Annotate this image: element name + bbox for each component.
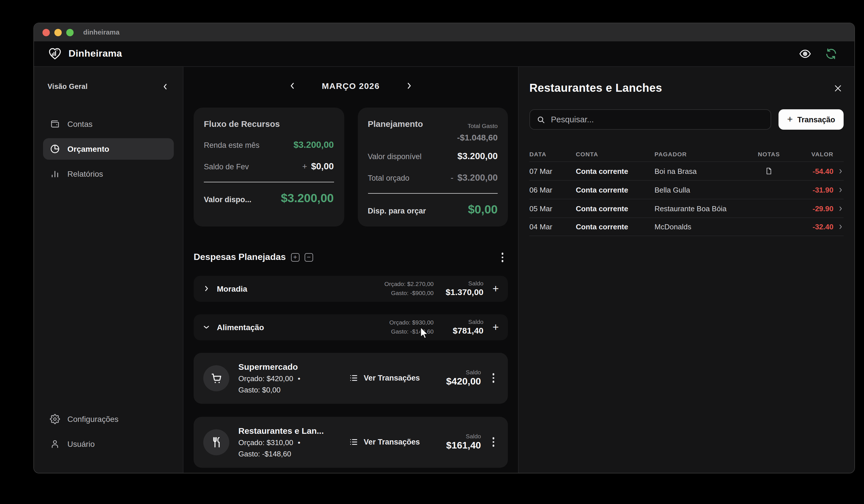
category-group-moradia[interactable]: Moradia Orçado: $2.270,00 Gasto: -$900,0… — [194, 276, 508, 302]
total-gasto-value: -$1.048,60 — [457, 132, 498, 142]
search-icon — [537, 115, 545, 124]
item-gasto-row: Gasto: $0,00 — [238, 384, 300, 396]
refresh-icon — [825, 48, 837, 60]
add-transaction-button[interactable]: + Transação — [779, 109, 844, 130]
total-gasto: Total Gasto -$1.048,60 — [457, 119, 498, 143]
sidebar-item-configuracoes[interactable]: Configurações — [43, 408, 174, 430]
zoom-window-button[interactable] — [66, 28, 74, 36]
chevron-left-icon — [161, 83, 169, 91]
total-label: Disp. para orçar — [368, 207, 426, 215]
brand-name: Dinheirama — [69, 48, 122, 59]
previous-month-button[interactable] — [288, 81, 297, 90]
group-gasto: Gasto: -$900,00 — [384, 289, 434, 297]
card-divider — [368, 193, 498, 194]
group-gasto: Gasto: -$148,60 — [389, 327, 433, 336]
minus-square-icon: − — [307, 254, 311, 261]
minimize-window-button[interactable] — [55, 28, 62, 36]
group-name: Alimentação — [217, 323, 264, 332]
group-saldo: Saldo $781,40 — [442, 318, 483, 336]
title-bar[interactable]: dinheirama — [34, 23, 854, 41]
row-value: $3.200,00 — [457, 151, 498, 161]
sidebar-item-label: Usuário — [68, 440, 95, 448]
group-stats: Orçado: $2.270,00 Gasto: -$900,00 — [384, 280, 434, 297]
card-title: Fluxo de Recursos — [204, 119, 280, 129]
card-divider — [204, 182, 334, 182]
group-stats: Orçado: $930,00 Gasto: -$148,60 — [389, 319, 433, 336]
item-orcado-row: Orçado: $310,00• — [238, 437, 324, 448]
category-group-alimentacao[interactable]: Alimentação Orçado: $930,00 Gasto: -$148… — [194, 314, 508, 340]
sidebar-collapse-button[interactable] — [161, 83, 169, 91]
close-icon — [833, 84, 842, 93]
row-value: +$0,00 — [302, 161, 334, 171]
item-gasto-row: Gasto: -$148,60 — [238, 448, 324, 459]
total-label: Valor dispo... — [204, 195, 251, 204]
item-orcado-row: Orçado: $420,00• — [238, 373, 300, 384]
card-title: Planejamento — [368, 119, 423, 129]
sidebar-item-usuario[interactable]: Usuário — [43, 433, 174, 455]
search-box — [529, 109, 771, 130]
plus-icon: + — [787, 114, 793, 125]
transaction-row[interactable]: 07 Mar Conta corrente Boi na Brasa -54.4… — [529, 161, 844, 180]
group-saldo: Saldo $1.370,00 — [442, 280, 483, 297]
row-label: Valor disponível — [368, 152, 421, 161]
user-icon — [50, 439, 60, 449]
chevron-right-icon — [405, 81, 413, 90]
col-header-valor: VALOR — [787, 151, 833, 157]
sidebar-item-label: Contas — [68, 120, 93, 129]
close-panel-button[interactable] — [832, 82, 844, 94]
fluxo-de-recursos-card: Fluxo de Recursos Renda este mês $3.200,… — [194, 108, 344, 227]
app-window: dinheirama $ Dinheirama — [33, 23, 855, 473]
shopping-cart-icon — [210, 372, 223, 384]
item-menu-button[interactable] — [488, 371, 499, 385]
note-icon — [751, 167, 787, 175]
budget-item-restaurantes[interactable]: Restaurantes e Lan... Orçado: $310,00• G… — [194, 417, 508, 467]
chevron-right-icon — [833, 224, 844, 230]
traffic-lights — [40, 28, 74, 36]
row-label: Total orçado — [368, 174, 409, 182]
chevron-right-icon — [833, 168, 844, 174]
sidebar-item-relatorios[interactable]: Relatórios — [43, 163, 174, 184]
row-value: -$3.200,00 — [451, 173, 498, 183]
bar-chart-icon — [50, 169, 60, 179]
transaction-row[interactable]: 06 Mar Conta corrente Bella Gulla -31.90 — [529, 180, 844, 199]
add-item-button[interactable]: + — [491, 283, 500, 294]
panel-title: Restaurantes e Lanches — [529, 82, 662, 95]
item-name: Restaurantes e Lan... — [238, 425, 324, 437]
section-menu-button[interactable] — [497, 250, 508, 264]
close-window-button[interactable] — [43, 28, 50, 36]
collapse-all-button[interactable]: − — [304, 253, 313, 262]
list-icon — [349, 437, 359, 447]
budget-main: MARÇO 2026 Fluxo de Recursos — [183, 67, 518, 473]
transaction-row[interactable]: 04 Mar Conta corrente McDonalds -32.40 — [529, 217, 844, 236]
sidebar-item-contas[interactable]: Contas — [43, 113, 174, 135]
desktop: dinheirama $ Dinheirama — [0, 0, 864, 504]
sidebar-item-orcamento[interactable]: Orçamento — [43, 138, 174, 160]
sync-button[interactable] — [825, 48, 837, 60]
transaction-row[interactable]: 05 Mar Conta corrente Restaurante Boa Bó… — [529, 199, 844, 217]
budget-item-supermercado[interactable]: Supermercado Orçado: $420,00• Gasto: $0,… — [194, 352, 508, 404]
pie-chart-icon — [50, 144, 60, 154]
avatar — [203, 429, 229, 455]
item-saldo: Saldo $420,00 — [439, 369, 481, 387]
next-month-button[interactable] — [405, 81, 413, 90]
row-label: Renda este mês — [204, 141, 260, 149]
kebab-icon — [492, 373, 494, 375]
ver-transacoes-button[interactable]: Ver Transações — [349, 373, 420, 383]
col-header-data: DATA — [529, 151, 576, 157]
row-value: $3.200,00 — [293, 140, 334, 150]
expand-all-button[interactable]: + — [291, 253, 300, 262]
ver-transacoes-button[interactable]: Ver Transações — [349, 437, 420, 447]
kebab-icon — [501, 253, 503, 254]
dot-separator[interactable]: • — [298, 373, 300, 384]
total-gasto-label: Total Gasto — [468, 122, 498, 129]
search-input[interactable] — [551, 115, 764, 124]
item-menu-button[interactable] — [488, 435, 499, 449]
dot-separator[interactable]: • — [298, 437, 300, 448]
privacy-eye-button[interactable] — [799, 48, 811, 60]
sidebar-section-label: Visão Geral — [48, 83, 88, 91]
transactions-panel: Restaurantes e Lanches — [518, 67, 854, 473]
app-header: $ Dinheirama — [34, 41, 854, 67]
table-header-row: DATA CONTA PAGADOR NOTAS VALOR — [529, 147, 844, 161]
add-item-button[interactable]: + — [491, 322, 500, 333]
chevron-down-icon — [203, 323, 210, 331]
